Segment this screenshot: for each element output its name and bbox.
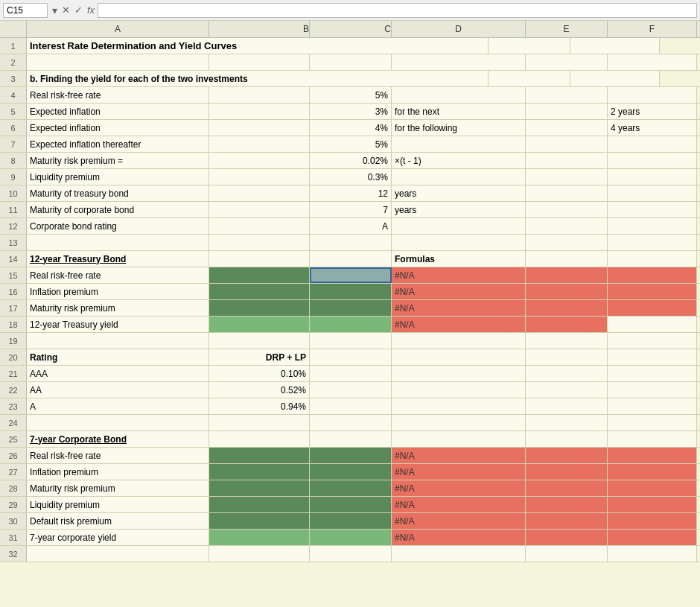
cell-5d[interactable]: for the next [392, 104, 526, 119]
cell-25a[interactable]: 7-year Corporate Bond [27, 431, 209, 447]
cell-18d[interactable]: #N/A [392, 317, 526, 332]
cell-4b[interactable] [209, 87, 310, 103]
cell-18c[interactable] [310, 317, 392, 332]
cell-16c[interactable] [310, 284, 392, 299]
cell-4d[interactable] [392, 87, 526, 103]
cell-7a[interactable]: Expected inflation thereafter [27, 136, 209, 152]
cell-14a[interactable]: 12-year Treasury Bond [27, 251, 209, 267]
cell-15a[interactable]: Real risk-free rate [27, 267, 209, 283]
confirm-icon[interactable]: ✓ [74, 4, 83, 16]
cell-9b[interactable] [209, 169, 310, 185]
cell-17c[interactable] [310, 300, 392, 316]
cell-31d[interactable]: #N/A [392, 530, 526, 545]
cell-10d[interactable]: years [392, 185, 526, 201]
cell-31a[interactable]: 7-year corporate yield [27, 530, 209, 545]
cell-22a[interactable]: AA [27, 382, 209, 398]
cell-29a[interactable]: Liquidity premium [27, 497, 209, 512]
cell-12d[interactable] [392, 218, 526, 234]
cell-5f[interactable]: 2 years [608, 104, 697, 119]
cell-27a[interactable]: Inflation premium [27, 464, 209, 480]
cell-17a[interactable]: Maturity risk premium [27, 300, 209, 316]
cell-27d[interactable]: #N/A [392, 464, 526, 480]
cell-17b[interactable] [209, 300, 310, 316]
cell-3a[interactable]: b. Finding the yield for each of the two… [27, 71, 489, 86]
cell-31c[interactable] [310, 530, 392, 545]
cell-30a[interactable]: Default risk premium [27, 513, 209, 529]
cell-8c[interactable]: 0.02% [310, 153, 392, 168]
cell-12c[interactable]: A [310, 218, 392, 234]
cell-16b[interactable] [209, 284, 310, 299]
cell-23a[interactable]: A [27, 398, 209, 414]
cell-22b[interactable]: 0.52% [209, 382, 310, 398]
cell-8b[interactable] [209, 153, 310, 168]
cell-21a[interactable]: AAA [27, 366, 209, 381]
cell-26a[interactable]: Real risk-free rate [27, 448, 209, 463]
cell-26c[interactable] [310, 448, 392, 463]
cell-9c[interactable]: 0.3% [310, 169, 392, 185]
cell-6c[interactable]: 4% [310, 120, 392, 136]
cell-18a[interactable]: 12-year Treasury yield [27, 317, 209, 332]
cell-15c[interactable] [310, 267, 392, 283]
cell-27b[interactable] [209, 464, 310, 480]
cell-15b[interactable] [209, 267, 310, 283]
cell-23b[interactable]: 0.94% [209, 398, 310, 414]
col-header-c[interactable]: C [310, 21, 392, 37]
cell-7b[interactable] [209, 136, 310, 152]
col-header-a[interactable]: A [27, 21, 209, 37]
cell-18b[interactable] [209, 317, 310, 332]
cell-16a[interactable]: Inflation premium [27, 284, 209, 299]
cell-10a[interactable]: Maturity of treasury bond [27, 185, 209, 201]
cell-9a[interactable]: Liquidity premium [27, 169, 209, 185]
cell-31b[interactable] [209, 530, 310, 545]
cell-12b[interactable] [209, 218, 310, 234]
col-header-f[interactable]: F [608, 21, 697, 37]
cell-26d[interactable]: #N/A [392, 448, 526, 463]
cell-26b[interactable] [209, 448, 310, 463]
cell-20b[interactable]: DRP + LP [209, 349, 310, 365]
cell-7d[interactable] [392, 136, 526, 152]
cell-8a[interactable]: Maturity risk premium = [27, 153, 209, 168]
cell-30b[interactable] [209, 513, 310, 529]
cell-6d[interactable]: for the following [392, 120, 526, 136]
cell-5a[interactable]: Expected inflation [27, 104, 209, 119]
cell-reference[interactable] [3, 3, 48, 18]
cell-4a[interactable]: Real risk-free rate [27, 87, 209, 103]
cell-28d[interactable]: #N/A [392, 480, 526, 496]
cell-12a[interactable]: Corporate bond rating [27, 218, 209, 234]
cell-27c[interactable] [310, 464, 392, 480]
cell-7c[interactable]: 5% [310, 136, 392, 152]
cell-4c[interactable]: 5% [310, 87, 392, 103]
cell-15d[interactable]: #N/A [392, 267, 526, 283]
cell-11c[interactable]: 7 [310, 202, 392, 217]
cancel-icon[interactable]: ✕ [62, 4, 70, 16]
cell-20a[interactable]: Rating [27, 349, 209, 365]
cell-28a[interactable]: Maturity risk premium [27, 480, 209, 496]
cell-29c[interactable] [310, 497, 392, 512]
cell-29b[interactable] [209, 497, 310, 512]
cell-6f[interactable]: 4 years [608, 120, 697, 136]
col-header-e[interactable]: E [526, 21, 608, 37]
cell-21b[interactable]: 0.10% [209, 366, 310, 381]
cell-5c[interactable]: 3% [310, 104, 392, 119]
cell-11d[interactable]: years [392, 202, 526, 217]
cell-8d[interactable]: ×(t - 1) [392, 153, 526, 168]
cell-17d[interactable]: #N/A [392, 300, 526, 316]
cell-6b[interactable] [209, 120, 310, 136]
cell-11a[interactable]: Maturity of corporate bond [27, 202, 209, 217]
cell-6a[interactable]: Expected inflation [27, 120, 209, 136]
cell-9d[interactable] [392, 169, 526, 185]
cell-30c[interactable] [310, 513, 392, 529]
cell-28c[interactable] [310, 480, 392, 496]
cell-28b[interactable] [209, 480, 310, 496]
cell-16d[interactable]: #N/A [392, 284, 526, 299]
cell-10b[interactable] [209, 185, 310, 201]
cell-29d[interactable]: #N/A [392, 497, 526, 512]
cell-10c[interactable]: 12 [310, 185, 392, 201]
col-header-d[interactable]: D [392, 21, 526, 37]
title-cell[interactable]: Interest Rate Determination and Yield Cu… [27, 38, 489, 54]
formula-input[interactable] [98, 3, 697, 18]
cell-11b[interactable] [209, 202, 310, 217]
cell-5b[interactable] [209, 104, 310, 119]
col-header-b[interactable]: B [209, 21, 310, 37]
cell-30d[interactable]: #N/A [392, 513, 526, 529]
